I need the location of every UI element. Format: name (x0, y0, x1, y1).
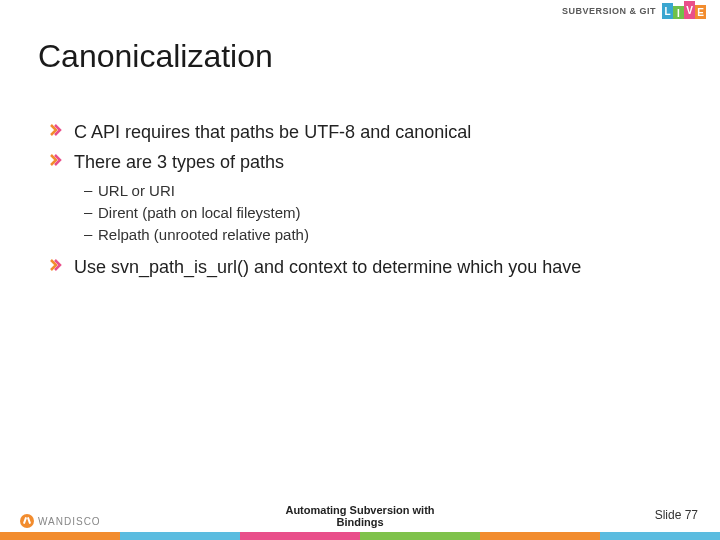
sub-list: – URL or URI – Dirent (path on local fil… (84, 181, 670, 246)
header-tagline: SUBVERSION & GIT (562, 6, 656, 16)
bullet-item: Use svn_path_is_url() and context to det… (50, 255, 670, 279)
chevron-icon (50, 154, 64, 168)
live-letter-v-icon: V (684, 1, 695, 19)
chevron-icon (50, 124, 64, 138)
footer-title-line2: Bindings (285, 516, 434, 528)
wandisco-logo: WANDISCO (20, 514, 101, 528)
sub-text: Dirent (path on local fileystem) (98, 203, 301, 223)
sub-text: Relpath (unrooted relative path) (98, 225, 309, 245)
footer-title-line1: Automating Subversion with (285, 504, 434, 516)
bullet-text: There are 3 types of paths (74, 150, 284, 174)
live-letter-e-icon: E (695, 5, 706, 19)
sub-item: – Dirent (path on local fileystem) (84, 203, 670, 223)
slide: SUBVERSION & GIT L I V E Canonicalizatio… (0, 0, 720, 540)
wandisco-mark-icon (20, 514, 34, 528)
slide-title: Canonicalization (38, 38, 273, 75)
footer-stripes-icon (0, 532, 720, 540)
bullet-text: Use svn_path_is_url() and context to det… (74, 255, 581, 279)
live-letter-l-icon: L (662, 3, 673, 19)
header-bar: SUBVERSION & GIT L I V E (0, 0, 720, 22)
footer: WANDISCO Automating Subversion with Bind… (0, 510, 720, 540)
wandisco-text: WANDISCO (38, 516, 101, 527)
slide-body: C API requires that paths be UTF-8 and c… (50, 120, 670, 286)
bullet-item: There are 3 types of paths (50, 150, 670, 174)
live-letter-i-icon: I (673, 6, 684, 19)
sub-item: – URL or URI (84, 181, 670, 201)
bullet-text: C API requires that paths be UTF-8 and c… (74, 120, 471, 144)
dash-icon: – (84, 225, 98, 242)
sub-text: URL or URI (98, 181, 175, 201)
dash-icon: – (84, 181, 98, 198)
slide-number: Slide 77 (655, 508, 698, 522)
sub-item: – Relpath (unrooted relative path) (84, 225, 670, 245)
live-logo: L I V E (662, 1, 706, 19)
bullet-item: C API requires that paths be UTF-8 and c… (50, 120, 670, 144)
footer-title: Automating Subversion with Bindings (285, 504, 434, 528)
dash-icon: – (84, 203, 98, 220)
chevron-icon (50, 259, 64, 273)
